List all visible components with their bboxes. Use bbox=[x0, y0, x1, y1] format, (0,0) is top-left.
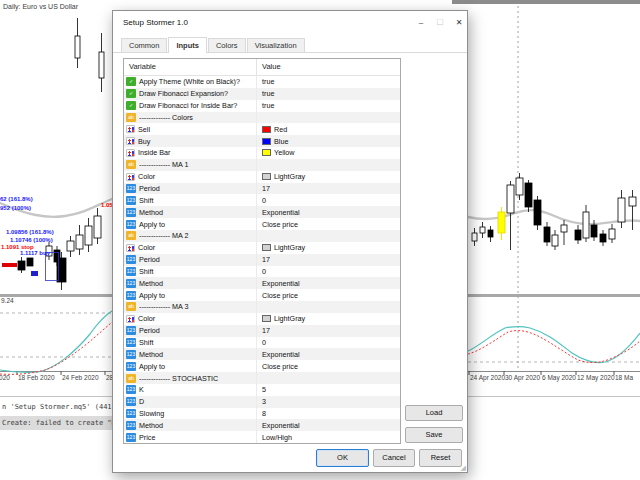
param-name-cell: 123Slowing bbox=[124, 408, 257, 420]
table-row[interactable]: 123Apply toClose price bbox=[124, 360, 400, 372]
param-value-cell[interactable]: Exponential bbox=[257, 208, 400, 217]
param-value: 8 bbox=[262, 409, 266, 418]
table-row[interactable]: 123MethodExponential bbox=[124, 419, 400, 431]
table-row[interactable]: 123Slowing8 bbox=[124, 408, 400, 420]
param-value-cell[interactable]: Close price bbox=[257, 291, 400, 300]
reset-button[interactable]: Reset bbox=[419, 449, 462, 467]
table-row[interactable]: ColorLightGray bbox=[124, 171, 400, 183]
number-icon: 123 bbox=[126, 421, 136, 430]
param-value-cell[interactable]: LightGray bbox=[257, 243, 400, 252]
param-label: Apply to bbox=[139, 220, 165, 229]
param-value-cell[interactable]: 17 bbox=[257, 184, 400, 193]
dialog-titlebar[interactable]: Setup Stormer 1.0 – ☐ ✕ bbox=[113, 11, 467, 35]
table-row[interactable]: 123Apply toClose price bbox=[124, 289, 400, 301]
param-table: Variable Value ✓Apply Theme (White on Bl… bbox=[123, 58, 401, 444]
table-row[interactable]: 123K5 bbox=[124, 384, 400, 396]
log-line[interactable]: n 'Setup Stormer.mq5' (441, bbox=[2, 403, 112, 411]
table-row[interactable]: ✓Draw Fibonacci for Inside Bar?true bbox=[124, 100, 400, 112]
table-row[interactable]: 123PriceLow/High bbox=[124, 431, 400, 443]
param-name-cell: Color bbox=[124, 171, 257, 183]
param-value-cell[interactable]: Exponential bbox=[257, 421, 400, 430]
table-row[interactable]: ColorLightGray bbox=[124, 242, 400, 254]
table-row[interactable]: 123Shift0 bbox=[124, 194, 400, 206]
color-icon bbox=[126, 125, 135, 133]
chart-annotation: 62 (161.8%) bbox=[0, 196, 33, 202]
param-value-cell[interactable]: 8 bbox=[257, 409, 400, 418]
close-icon[interactable]: ✕ bbox=[451, 15, 467, 30]
param-value-cell[interactable]: true bbox=[257, 89, 400, 98]
param-value-cell[interactable]: 3 bbox=[257, 397, 400, 406]
load-button[interactable]: Load bbox=[405, 405, 463, 421]
param-value-cell[interactable]: Yellow bbox=[257, 148, 400, 157]
table-row[interactable]: ✓Draw Fibonacci Expansion?true bbox=[124, 88, 400, 100]
param-label: Apply to bbox=[139, 291, 165, 300]
log-line-selected[interactable]: Create: failed to create "N bbox=[0, 416, 112, 430]
table-row[interactable]: BuyBlue bbox=[124, 135, 400, 147]
table-row[interactable]: 123MethodExponential bbox=[124, 206, 400, 218]
tab-inputs[interactable]: Inputs bbox=[168, 37, 207, 53]
cancel-button[interactable]: Cancel bbox=[373, 449, 415, 467]
param-value-cell[interactable]: Low/High bbox=[257, 433, 400, 442]
param-value-cell[interactable]: true bbox=[257, 77, 400, 86]
table-row[interactable]: ab------------- STOCHASTIC bbox=[124, 372, 400, 384]
table-row[interactable]: ✓Apply Theme (White on Black)?true bbox=[124, 76, 400, 88]
table-row[interactable]: 123Shift0 bbox=[124, 337, 400, 349]
param-value-cell[interactable]: 17 bbox=[257, 255, 400, 264]
stoch-value-label: 9.24 bbox=[1, 297, 14, 304]
param-value: 3 bbox=[262, 397, 266, 406]
table-row[interactable]: ab------------- MA 1 bbox=[124, 159, 400, 171]
param-value-cell[interactable]: Red bbox=[257, 125, 400, 134]
table-row[interactable]: ColorLightGray bbox=[124, 313, 400, 325]
table-row[interactable]: Inside BarYellow bbox=[124, 147, 400, 159]
table-row[interactable]: ab------------- MA 2 bbox=[124, 230, 400, 242]
tab-colors[interactable]: Colors bbox=[208, 38, 246, 53]
param-label: ------------- MA 1 bbox=[139, 160, 189, 169]
tab-visualization[interactable]: Visualization bbox=[247, 38, 305, 53]
param-value-cell[interactable]: 0 bbox=[257, 267, 400, 276]
param-name-cell: Color bbox=[124, 313, 257, 325]
param-value-cell[interactable]: 17 bbox=[257, 326, 400, 335]
table-row[interactable]: 123Period17 bbox=[124, 254, 400, 266]
table-row[interactable]: 123MethodExponential bbox=[124, 277, 400, 289]
param-label: Apply to bbox=[139, 362, 165, 371]
table-row[interactable]: 123Period17 bbox=[124, 183, 400, 195]
param-label: Method bbox=[139, 279, 163, 288]
number-icon: 123 bbox=[126, 196, 136, 205]
param-value-cell[interactable]: LightGray bbox=[257, 172, 400, 181]
ok-button[interactable]: OK bbox=[316, 449, 369, 467]
table-header: Variable Value bbox=[124, 59, 400, 76]
param-value-cell[interactable]: Exponential bbox=[257, 350, 400, 359]
param-name-cell: 123Shift bbox=[124, 337, 257, 349]
save-button[interactable]: Save bbox=[405, 427, 463, 443]
param-value-cell[interactable]: Exponential bbox=[257, 279, 400, 288]
number-icon: 123 bbox=[126, 409, 136, 418]
inside-bar-candle bbox=[498, 207, 505, 240]
minimize-icon[interactable]: – bbox=[413, 15, 429, 30]
param-label: ------------- MA 3 bbox=[139, 302, 189, 311]
param-value-cell[interactable]: 5 bbox=[257, 385, 400, 394]
table-row[interactable]: 123Period17 bbox=[124, 325, 400, 337]
table-row[interactable]: SellRed bbox=[124, 123, 400, 135]
tab-common[interactable]: Common bbox=[121, 38, 167, 53]
param-value: 17 bbox=[262, 326, 270, 335]
param-value-cell[interactable]: Blue bbox=[257, 137, 400, 146]
number-icon: 123 bbox=[126, 362, 136, 371]
param-value-cell[interactable]: Close price bbox=[257, 220, 400, 229]
table-row[interactable]: 123D3 bbox=[124, 396, 400, 408]
param-value-cell[interactable]: 0 bbox=[257, 196, 400, 205]
param-value-cell[interactable]: LightGray bbox=[257, 314, 400, 323]
param-value-cell[interactable]: true bbox=[257, 101, 400, 110]
param-value-cell[interactable]: Close price bbox=[257, 362, 400, 371]
axis-label: 30 Apr 2020 bbox=[505, 374, 540, 381]
param-name-cell: 123Method bbox=[124, 206, 257, 218]
param-label: Draw Fibonacci for Inside Bar? bbox=[139, 101, 237, 110]
table-row[interactable]: 123MethodExponential bbox=[124, 348, 400, 360]
table-row[interactable]: 123Shift0 bbox=[124, 266, 400, 278]
table-row[interactable]: ab------------- MA 3 bbox=[124, 301, 400, 313]
table-row[interactable]: ab------------- Colors bbox=[124, 112, 400, 124]
param-label: Inside Bar bbox=[138, 148, 170, 157]
param-value: Yellow bbox=[274, 148, 295, 157]
table-row[interactable]: 123Apply toClose price bbox=[124, 218, 400, 230]
resize-grip[interactable]: ◢ bbox=[461, 464, 466, 472]
param-value-cell[interactable]: 0 bbox=[257, 338, 400, 347]
